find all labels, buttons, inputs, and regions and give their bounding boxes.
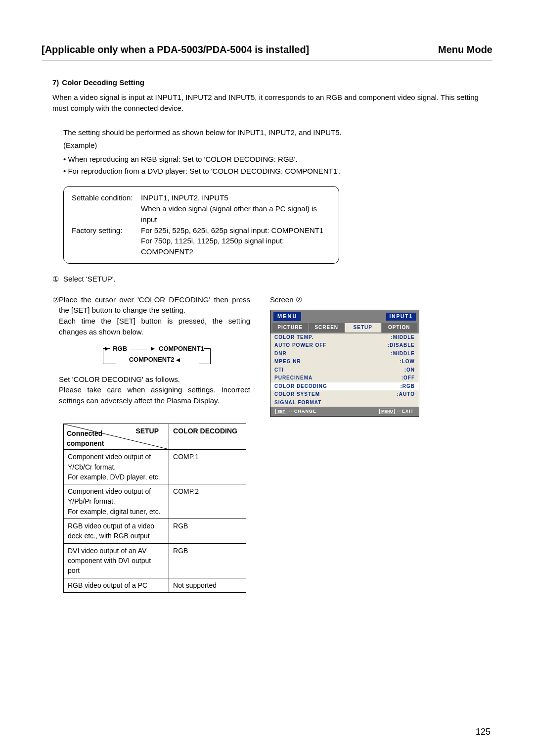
section-title: Color Decoding Setting	[62, 77, 144, 88]
osd-tab-option[interactable]: OPTION	[382, 323, 417, 332]
factory-label: Factory setting:	[72, 225, 141, 236]
condition-box: Settable condition: INPUT1, INPUT2, INPU…	[63, 186, 339, 264]
osd-key-menu: MENU	[379, 409, 395, 414]
osd-row[interactable]: COLOR DECODING:RGB	[270, 382, 419, 391]
osd-row[interactable]: PURECINEMA:OFF	[270, 374, 419, 382]
osd-key-set: SET	[275, 409, 287, 414]
step1-text: Select 'SETUP'.	[63, 274, 116, 284]
step2-p4: Please take care when assigning settings…	[59, 384, 250, 406]
bullet-rgb: • When reproducing an RGB signal: Set to…	[63, 154, 492, 165]
osd-menu-badge: MENU	[273, 312, 301, 321]
settable-label: Settable condition:	[72, 192, 141, 203]
osd-row[interactable]: COLOR SYSTEM:AUTO	[270, 390, 419, 399]
th-color-decoding: COLOR DECODING	[169, 424, 246, 450]
step2-num: ②	[52, 294, 59, 305]
example-label: (Example)	[63, 140, 492, 151]
table-row: RGB video output of a video deck etc., w…	[64, 519, 246, 544]
osd-row[interactable]: SIGNAL FORMAT	[270, 399, 419, 407]
cycle-c: COMPONENT2	[129, 355, 175, 365]
settable-line1: INPUT1, INPUT2, INPUT5	[141, 192, 331, 203]
osd-panel: MENU INPUT1 PICTURESCREENSETUPOPTION COL…	[270, 310, 419, 417]
step1-num: ①	[52, 274, 63, 284]
osd-input-badge: INPUT1	[386, 313, 416, 321]
osd-row[interactable]: COLOR TEMP.:MIDDLE	[270, 333, 419, 342]
osd-row[interactable]: DNR:MIDDLE	[270, 350, 419, 358]
header-right-title: Menu Mode	[438, 43, 492, 57]
bullet-dvd: • For reproduction from a DVD player: Se…	[63, 166, 492, 177]
table-row: Component video output of Y/Cb/Cr format…	[64, 450, 246, 484]
section-p2: The setting should be performed as shown…	[63, 127, 492, 138]
cycle-a: RGB	[113, 344, 127, 354]
step2-p1: Place the cursor over 'COLOR DECODING' t…	[59, 294, 250, 316]
step2-p2: Each time the [SET] button is pressed, t…	[59, 316, 250, 337]
page-number: 125	[476, 725, 490, 738]
osd-footer-left: SET···CHANGE	[275, 408, 316, 415]
osd-footer-right: MENU···EXIT	[379, 408, 414, 415]
section-p1: When a video signal is input at INPUT1, …	[52, 92, 492, 114]
th-setup: SETUP	[135, 426, 159, 436]
factory-line1: For 525i, 525p, 625i, 625p signal input:…	[141, 225, 331, 236]
header-left-title: [Applicable only when a PDA-5003/PDA-500…	[42, 43, 309, 57]
cycle-b: COMPONENT1	[159, 344, 204, 354]
settable-line2: When a video signal (signal other than a…	[141, 203, 331, 225]
step2-p3: Set 'COLOR DECODING' as follows.	[59, 374, 250, 385]
cycle-diagram: RGB COMPONENT1 COMPONENT2	[98, 344, 212, 367]
osd-tab-screen[interactable]: SCREEN	[309, 323, 346, 332]
osd-tab-setup[interactable]: SETUP	[345, 323, 382, 332]
th-connected: Connected component	[67, 428, 104, 449]
table-row: Component video output of Y/Pb/Pr format…	[64, 484, 246, 519]
table-row: RGB video output of a PCNot supported	[64, 578, 246, 592]
setup-table: SETUP Connected component COLOR DECODING…	[63, 424, 246, 593]
osd-row[interactable]: MPEG NR:LOW	[270, 358, 419, 366]
factory-line2: For 750p, 1125i, 1125p, 1250p signal inp…	[141, 236, 331, 257]
osd-row[interactable]: AUTO POWER OFF:DISABLE	[270, 341, 419, 350]
screen-label: Screen ②	[270, 294, 418, 305]
osd-tab-picture[interactable]: PICTURE	[272, 323, 309, 332]
table-row: DVI video output of an AV component with…	[64, 543, 246, 578]
section-number: 7)	[52, 77, 59, 90]
osd-row[interactable]: CTI:ON	[270, 366, 419, 375]
